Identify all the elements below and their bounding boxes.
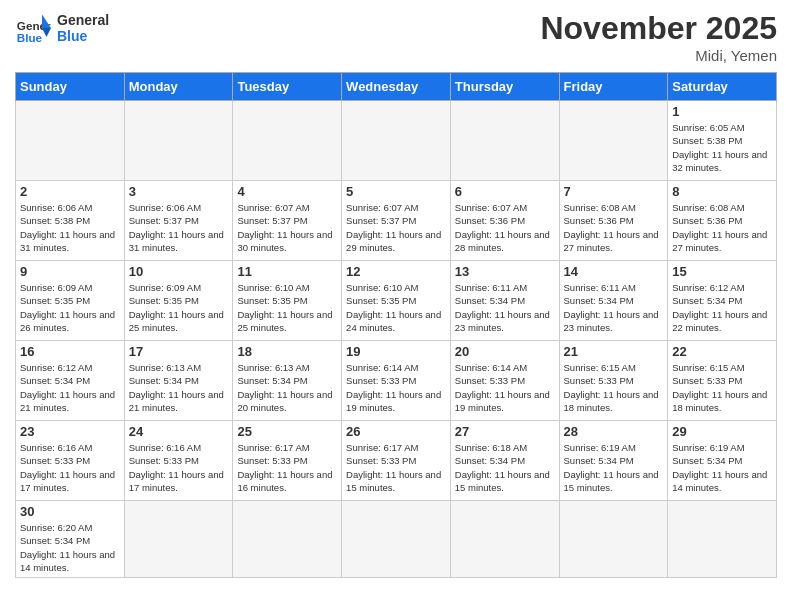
day-number: 21 (564, 344, 664, 359)
day-info: Sunrise: 6:07 AM Sunset: 5:37 PM Dayligh… (346, 201, 446, 254)
calendar-cell: 19Sunrise: 6:14 AM Sunset: 5:33 PM Dayli… (342, 341, 451, 421)
week-row-1: 1Sunrise: 6:05 AM Sunset: 5:38 PM Daylig… (16, 101, 777, 181)
day-info: Sunrise: 6:15 AM Sunset: 5:33 PM Dayligh… (672, 361, 772, 414)
weekday-header-tuesday: Tuesday (233, 73, 342, 101)
day-info: Sunrise: 6:19 AM Sunset: 5:34 PM Dayligh… (672, 441, 772, 494)
calendar-cell: 17Sunrise: 6:13 AM Sunset: 5:34 PM Dayli… (124, 341, 233, 421)
day-info: Sunrise: 6:14 AM Sunset: 5:33 PM Dayligh… (346, 361, 446, 414)
week-row-6: 30Sunrise: 6:20 AM Sunset: 5:34 PM Dayli… (16, 501, 777, 578)
weekday-header-saturday: Saturday (668, 73, 777, 101)
calendar-cell: 1Sunrise: 6:05 AM Sunset: 5:38 PM Daylig… (668, 101, 777, 181)
day-info: Sunrise: 6:14 AM Sunset: 5:33 PM Dayligh… (455, 361, 555, 414)
day-info: Sunrise: 6:08 AM Sunset: 5:36 PM Dayligh… (564, 201, 664, 254)
header: General Blue General Blue November 2025 … (15, 10, 777, 64)
day-number: 4 (237, 184, 337, 199)
calendar-cell: 29Sunrise: 6:19 AM Sunset: 5:34 PM Dayli… (668, 421, 777, 501)
calendar-cell: 6Sunrise: 6:07 AM Sunset: 5:36 PM Daylig… (450, 181, 559, 261)
calendar-cell (559, 101, 668, 181)
day-info: Sunrise: 6:16 AM Sunset: 5:33 PM Dayligh… (20, 441, 120, 494)
calendar-cell: 22Sunrise: 6:15 AM Sunset: 5:33 PM Dayli… (668, 341, 777, 421)
calendar-cell: 11Sunrise: 6:10 AM Sunset: 5:35 PM Dayli… (233, 261, 342, 341)
location: Midi, Yemen (540, 47, 777, 64)
day-number: 8 (672, 184, 772, 199)
day-number: 14 (564, 264, 664, 279)
day-number: 6 (455, 184, 555, 199)
calendar-cell: 27Sunrise: 6:18 AM Sunset: 5:34 PM Dayli… (450, 421, 559, 501)
day-number: 16 (20, 344, 120, 359)
day-info: Sunrise: 6:16 AM Sunset: 5:33 PM Dayligh… (129, 441, 229, 494)
day-number: 11 (237, 264, 337, 279)
calendar-cell: 2Sunrise: 6:06 AM Sunset: 5:38 PM Daylig… (16, 181, 125, 261)
day-info: Sunrise: 6:05 AM Sunset: 5:38 PM Dayligh… (672, 121, 772, 174)
calendar-cell: 16Sunrise: 6:12 AM Sunset: 5:34 PM Dayli… (16, 341, 125, 421)
logo: General Blue General Blue (15, 10, 109, 46)
logo-icon: General Blue (15, 10, 51, 46)
day-info: Sunrise: 6:10 AM Sunset: 5:35 PM Dayligh… (346, 281, 446, 334)
logo-blue-text: Blue (57, 28, 109, 44)
day-info: Sunrise: 6:06 AM Sunset: 5:38 PM Dayligh… (20, 201, 120, 254)
calendar-cell (342, 501, 451, 578)
calendar-cell (124, 501, 233, 578)
day-number: 9 (20, 264, 120, 279)
calendar-cell: 9Sunrise: 6:09 AM Sunset: 5:35 PM Daylig… (16, 261, 125, 341)
day-info: Sunrise: 6:15 AM Sunset: 5:33 PM Dayligh… (564, 361, 664, 414)
weekday-header-row: SundayMondayTuesdayWednesdayThursdayFrid… (16, 73, 777, 101)
weekday-header-monday: Monday (124, 73, 233, 101)
day-info: Sunrise: 6:11 AM Sunset: 5:34 PM Dayligh… (455, 281, 555, 334)
day-number: 3 (129, 184, 229, 199)
calendar-cell (233, 101, 342, 181)
day-number: 20 (455, 344, 555, 359)
calendar-cell: 13Sunrise: 6:11 AM Sunset: 5:34 PM Dayli… (450, 261, 559, 341)
calendar-cell: 3Sunrise: 6:06 AM Sunset: 5:37 PM Daylig… (124, 181, 233, 261)
calendar-cell: 7Sunrise: 6:08 AM Sunset: 5:36 PM Daylig… (559, 181, 668, 261)
day-number: 19 (346, 344, 446, 359)
day-info: Sunrise: 6:17 AM Sunset: 5:33 PM Dayligh… (237, 441, 337, 494)
day-number: 24 (129, 424, 229, 439)
day-number: 1 (672, 104, 772, 119)
svg-marker-3 (42, 28, 51, 37)
day-number: 7 (564, 184, 664, 199)
calendar-cell: 10Sunrise: 6:09 AM Sunset: 5:35 PM Dayli… (124, 261, 233, 341)
day-info: Sunrise: 6:07 AM Sunset: 5:36 PM Dayligh… (455, 201, 555, 254)
day-info: Sunrise: 6:20 AM Sunset: 5:34 PM Dayligh… (20, 521, 120, 574)
day-number: 5 (346, 184, 446, 199)
day-number: 23 (20, 424, 120, 439)
day-number: 27 (455, 424, 555, 439)
calendar-cell: 28Sunrise: 6:19 AM Sunset: 5:34 PM Dayli… (559, 421, 668, 501)
calendar-cell: 12Sunrise: 6:10 AM Sunset: 5:35 PM Dayli… (342, 261, 451, 341)
week-row-2: 2Sunrise: 6:06 AM Sunset: 5:38 PM Daylig… (16, 181, 777, 261)
day-number: 15 (672, 264, 772, 279)
weekday-header-sunday: Sunday (16, 73, 125, 101)
day-info: Sunrise: 6:06 AM Sunset: 5:37 PM Dayligh… (129, 201, 229, 254)
day-number: 18 (237, 344, 337, 359)
calendar-cell: 14Sunrise: 6:11 AM Sunset: 5:34 PM Dayli… (559, 261, 668, 341)
day-number: 29 (672, 424, 772, 439)
calendar-cell: 8Sunrise: 6:08 AM Sunset: 5:36 PM Daylig… (668, 181, 777, 261)
day-number: 17 (129, 344, 229, 359)
week-row-4: 16Sunrise: 6:12 AM Sunset: 5:34 PM Dayli… (16, 341, 777, 421)
day-number: 10 (129, 264, 229, 279)
calendar-cell (16, 101, 125, 181)
day-info: Sunrise: 6:10 AM Sunset: 5:35 PM Dayligh… (237, 281, 337, 334)
calendar-cell (668, 501, 777, 578)
svg-text:Blue: Blue (17, 31, 43, 44)
day-number: 22 (672, 344, 772, 359)
calendar-cell: 25Sunrise: 6:17 AM Sunset: 5:33 PM Dayli… (233, 421, 342, 501)
day-info: Sunrise: 6:12 AM Sunset: 5:34 PM Dayligh… (672, 281, 772, 334)
calendar-cell (342, 101, 451, 181)
day-info: Sunrise: 6:09 AM Sunset: 5:35 PM Dayligh… (129, 281, 229, 334)
calendar-cell: 23Sunrise: 6:16 AM Sunset: 5:33 PM Dayli… (16, 421, 125, 501)
calendar-cell: 5Sunrise: 6:07 AM Sunset: 5:37 PM Daylig… (342, 181, 451, 261)
calendar-cell (233, 501, 342, 578)
logo-general-text: General (57, 12, 109, 28)
day-number: 28 (564, 424, 664, 439)
weekday-header-friday: Friday (559, 73, 668, 101)
day-info: Sunrise: 6:07 AM Sunset: 5:37 PM Dayligh… (237, 201, 337, 254)
week-row-3: 9Sunrise: 6:09 AM Sunset: 5:35 PM Daylig… (16, 261, 777, 341)
day-info: Sunrise: 6:13 AM Sunset: 5:34 PM Dayligh… (237, 361, 337, 414)
day-info: Sunrise: 6:13 AM Sunset: 5:34 PM Dayligh… (129, 361, 229, 414)
calendar-cell: 26Sunrise: 6:17 AM Sunset: 5:33 PM Dayli… (342, 421, 451, 501)
calendar-cell (559, 501, 668, 578)
title-block: November 2025 Midi, Yemen (540, 10, 777, 64)
day-number: 30 (20, 504, 120, 519)
